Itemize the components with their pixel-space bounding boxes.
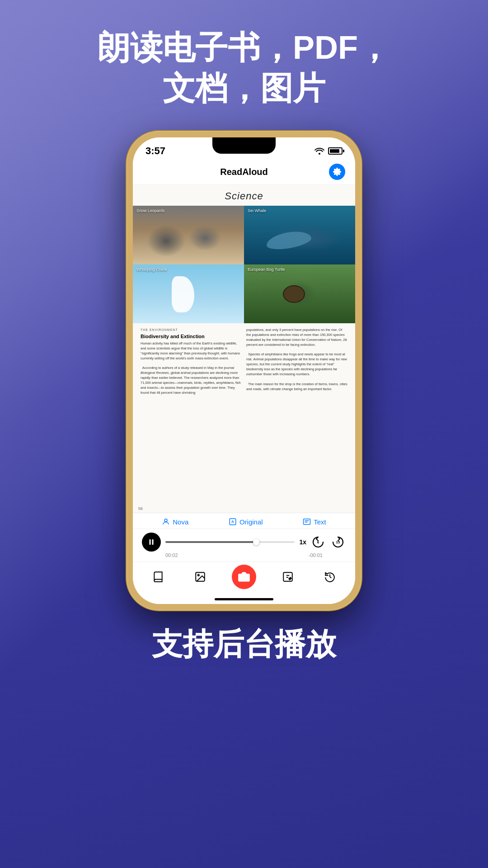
bottom-section: Nova A Original xyxy=(133,513,355,604)
whooping-crane-label: Whooping Crane xyxy=(136,267,167,272)
svg-point-0 xyxy=(164,519,167,522)
phone-frame: 3:57 ReadAloud xyxy=(127,131,361,610)
original-tab-label: Original xyxy=(239,518,263,526)
settings-button[interactable] xyxy=(329,164,345,180)
source-tab-original[interactable]: A Original xyxy=(229,518,263,526)
book-section-title: Science xyxy=(133,185,355,206)
whooping-crane-image: Whooping Crane xyxy=(133,264,244,323)
book-content: Science Snow Leopards Sei Whale Whooping… xyxy=(133,185,355,513)
article-col-right: populations, and only 3 percent have pop… xyxy=(244,328,350,502)
bog-turtle-label: European Bog Turtle xyxy=(248,267,285,272)
article-col-left: THE ENVIRONMENT Biodiversity and Extinct… xyxy=(138,328,244,502)
progress-thumb xyxy=(253,539,259,545)
article-content: THE ENVIRONMENT Biodiversity and Extinct… xyxy=(133,323,355,505)
nav-tab-camera[interactable] xyxy=(232,565,256,589)
nav-tab-edit[interactable] xyxy=(277,569,298,585)
svg-line-15 xyxy=(330,577,331,578)
font-icon: A xyxy=(229,518,237,526)
svg-rect-11 xyxy=(283,572,292,581)
phone-notch xyxy=(212,137,276,154)
snow-leopard-label: Snow Leopards xyxy=(136,208,165,213)
nova-tab-label: Nova xyxy=(173,518,188,526)
skip-forward-button[interactable]: 15 xyxy=(330,534,346,550)
pause-icon xyxy=(147,538,155,546)
home-indicator xyxy=(215,598,273,600)
svg-text:A: A xyxy=(231,520,234,524)
text-tab-label: Text xyxy=(314,518,326,526)
article-headline: Biodiversity and Extinction xyxy=(141,333,242,340)
edit-icon xyxy=(282,571,294,583)
skip-back-button[interactable]: 6 xyxy=(310,534,326,550)
playback-bar: 1x 6 xyxy=(133,529,355,561)
image-icon xyxy=(194,571,206,583)
nav-tabs xyxy=(133,561,355,596)
app-header: ReadAloud xyxy=(133,160,355,185)
nav-tab-history[interactable] xyxy=(319,569,340,585)
book-page: Science Snow Leopards Sei Whale Whooping… xyxy=(133,185,355,513)
battery-icon xyxy=(328,147,343,155)
article-body-right: populations, and only 3 percent have pop… xyxy=(246,328,347,392)
page-number: 56 xyxy=(133,505,355,513)
speed-button[interactable]: 1x xyxy=(299,538,306,546)
svg-point-9 xyxy=(198,575,199,576)
sei-whale-label: Sei Whale xyxy=(248,208,266,213)
skip-forward-label: 15 xyxy=(336,540,340,544)
bottom-tagline: 支持后台播放 xyxy=(0,610,488,683)
phone-screen: 3:57 ReadAloud xyxy=(133,137,355,604)
animal-images-grid: Snow Leopards Sei Whale Whooping Crane E… xyxy=(133,206,355,323)
gear-icon xyxy=(333,167,342,176)
sei-whale-image: Sei Whale xyxy=(244,206,355,264)
snow-leopard-image: Snow Leopards xyxy=(133,206,244,264)
bog-turtle-image: European Bog Turtle xyxy=(244,264,355,323)
history-icon xyxy=(324,571,336,583)
svg-rect-7 xyxy=(152,539,154,545)
source-tabs: Nova A Original xyxy=(133,513,355,529)
nav-tab-gallery[interactable] xyxy=(190,569,211,585)
progress-track[interactable] xyxy=(165,541,295,543)
pause-button[interactable] xyxy=(142,533,161,552)
svg-rect-6 xyxy=(150,539,151,545)
progress-row: 1x 6 xyxy=(142,533,346,552)
progress-fill xyxy=(165,541,256,543)
book-icon xyxy=(152,571,164,583)
wifi-icon xyxy=(314,147,324,155)
status-time: 3:57 xyxy=(145,145,165,157)
camera-icon xyxy=(238,571,250,583)
skip-back-label: 6 xyxy=(317,540,319,544)
remaining-time: -00:01 xyxy=(309,552,323,558)
source-tab-nova[interactable]: Nova xyxy=(162,518,188,526)
article-body-left: Human activity has killed off much of th… xyxy=(141,341,242,396)
person-icon xyxy=(162,518,170,526)
text-icon xyxy=(303,518,311,526)
current-time: 00:02 xyxy=(165,552,178,558)
time-row: 00:02 -00:01 xyxy=(142,552,346,558)
phone-mockup: 3:57 ReadAloud xyxy=(0,131,488,610)
top-tagline: 朗读电子书，PDF，文档，图片 xyxy=(0,0,488,127)
app-title: ReadAloud xyxy=(159,167,329,177)
speed-skip-group: 1x 6 xyxy=(299,534,346,550)
nav-tab-library[interactable] xyxy=(148,569,169,585)
source-tab-text[interactable]: Text xyxy=(303,518,326,526)
status-icons xyxy=(314,147,343,155)
article-section-label: THE ENVIRONMENT xyxy=(141,328,242,332)
